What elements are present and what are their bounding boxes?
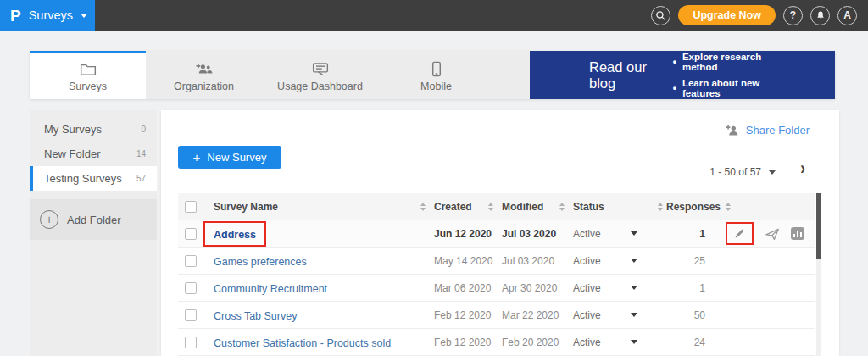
status-dropdown[interactable]: Active	[573, 309, 666, 321]
responses-count: 1	[666, 282, 724, 294]
header-status[interactable]: Status	[573, 201, 666, 213]
survey-name-link[interactable]: Customer Satisfaction - Products sold	[214, 337, 391, 349]
table-scrollbar-thumb[interactable]	[816, 193, 821, 259]
sidebar-folder-item[interactable]: Testing Surveys 57	[30, 166, 157, 191]
header-modified[interactable]: Modified	[502, 201, 573, 213]
table-scrollbar-track[interactable]	[816, 193, 821, 356]
surveys-table: Survey Name Created Modified Status Resp…	[178, 193, 815, 356]
notifications-button[interactable]	[810, 6, 830, 25]
tab-usage-dashboard[interactable]: Usage Dashboard	[262, 51, 378, 99]
sort-icon[interactable]	[658, 203, 663, 211]
chevron-down-icon	[81, 14, 87, 18]
select-all-checkbox[interactable]	[185, 201, 197, 213]
next-page-button[interactable]: ›	[800, 159, 805, 181]
header-label: Responses	[666, 201, 721, 213]
status-dropdown[interactable]: Active	[573, 337, 666, 348]
blog-banner-bullets: Explore research method Learn about new …	[673, 52, 794, 98]
tab-surveys[interactable]: Surveys	[30, 51, 146, 99]
responses-count: 25	[666, 255, 724, 267]
responses-count: 24	[666, 337, 724, 348]
pagination-label: 1 - 50 of 57	[709, 166, 761, 178]
sort-icon[interactable]	[726, 203, 731, 211]
header-responses[interactable]: Responses	[666, 201, 724, 213]
survey-name-link[interactable]: Cross Tab Survey	[214, 310, 297, 322]
sidebar-folder-item[interactable]: My Surveys 0	[30, 117, 157, 142]
table-row: Games preferences May 14 2020 Jul 03 202…	[178, 248, 815, 275]
edit-button[interactable]	[733, 227, 746, 240]
folder-label: Testing Surveys	[44, 172, 122, 185]
status-label: Active	[573, 337, 601, 348]
person-add-icon	[726, 125, 740, 136]
modified-date: Jul 03 2020	[502, 228, 573, 240]
pencil-icon	[733, 227, 746, 240]
sidebar-folder-item[interactable]: New Folder 14	[30, 142, 157, 166]
upgrade-now-button[interactable]: Upgrade Now	[678, 5, 776, 25]
sort-icon[interactable]	[420, 203, 426, 211]
row-checkbox[interactable]	[185, 282, 197, 294]
tab-label: Organization	[174, 81, 234, 92]
share-folder-button[interactable]: Share Folder	[726, 124, 810, 136]
chevron-down-icon	[631, 340, 637, 344]
survey-name-annotation-box: Community Recruitment	[214, 281, 327, 296]
header-created[interactable]: Created	[434, 201, 502, 213]
created-date: Mar 06 2020	[434, 282, 502, 294]
send-button[interactable]	[765, 227, 780, 241]
modified-date: Apr 30 2020	[502, 282, 573, 294]
pagination-dropdown[interactable]: 1 - 50 of 57	[709, 166, 776, 178]
created-date: Jun 12 2020	[434, 228, 502, 240]
edit-annotation-box	[726, 222, 754, 245]
row-checkbox[interactable]	[185, 309, 197, 321]
tab-label: Surveys	[69, 81, 107, 92]
product-switcher[interactable]: P Surveys	[0, 0, 95, 31]
paper-plane-icon	[765, 227, 780, 241]
new-survey-button[interactable]: + New Survey	[178, 146, 281, 169]
blog-banner[interactable]: Read our blog Explore research method Le…	[530, 51, 835, 99]
status-label: Active	[573, 309, 601, 321]
survey-name-annotation-box: Games preferences	[214, 253, 307, 269]
blog-banner-title: Read our blog	[589, 59, 673, 92]
chevron-down-icon	[631, 286, 637, 290]
created-date: Feb 12 2020	[434, 337, 502, 348]
sort-icon[interactable]	[559, 203, 565, 211]
row-checkbox[interactable]	[185, 228, 197, 240]
dashboard-icon	[312, 60, 329, 77]
survey-name-annotation-box: Cross Tab Survey	[214, 308, 297, 323]
add-folder-label: Add Folder	[67, 214, 121, 226]
survey-name-link[interactable]: Games preferences	[214, 256, 307, 268]
tab-strip: Surveys Organization Usage Dashboard Mob…	[30, 51, 835, 99]
help-button[interactable]: ?	[783, 6, 803, 25]
row-checkbox[interactable]	[185, 255, 197, 267]
status-label: Active	[573, 228, 601, 240]
modified-date: Feb 20 2020	[502, 337, 573, 348]
mobile-icon	[431, 60, 442, 77]
row-checkbox[interactable]	[185, 337, 197, 348]
status-dropdown[interactable]: Active	[573, 255, 666, 267]
folder-label: My Surveys	[44, 123, 102, 136]
folders-sidebar: My Surveys 0 New Folder 14 Testing Surve…	[30, 110, 157, 356]
add-folder-button[interactable]: + Add Folder	[30, 199, 157, 240]
status-dropdown[interactable]: Active	[573, 228, 666, 240]
folder-label: New Folder	[44, 147, 100, 160]
chevron-down-icon	[631, 313, 637, 317]
tab-organization[interactable]: Organization	[146, 51, 262, 99]
reports-button[interactable]	[791, 227, 804, 240]
sort-icon[interactable]	[488, 203, 493, 211]
header-label: Status	[573, 201, 604, 213]
chevron-down-icon	[769, 170, 776, 175]
created-date: May 14 2020	[434, 255, 502, 267]
modified-date: Jul 03 2020	[502, 255, 573, 267]
search-button[interactable]	[651, 6, 670, 25]
header-survey-name[interactable]: Survey Name	[214, 201, 434, 213]
tab-label: Mobile	[420, 81, 452, 92]
survey-name-link[interactable]: Address	[214, 229, 256, 241]
header-label: Created	[434, 201, 472, 213]
account-avatar[interactable]: A	[837, 6, 857, 25]
tab-label: Usage Dashboard	[277, 81, 363, 92]
survey-name-link[interactable]: Community Recruitment	[214, 283, 327, 295]
new-survey-label: New Survey	[207, 151, 266, 164]
blog-bullet: Explore research method	[673, 52, 794, 72]
status-dropdown[interactable]: Active	[573, 282, 666, 294]
chevron-down-icon	[631, 231, 637, 236]
survey-name-annotation-box: Customer Satisfaction - Products sold	[214, 335, 391, 350]
tab-mobile[interactable]: Mobile	[378, 51, 494, 99]
